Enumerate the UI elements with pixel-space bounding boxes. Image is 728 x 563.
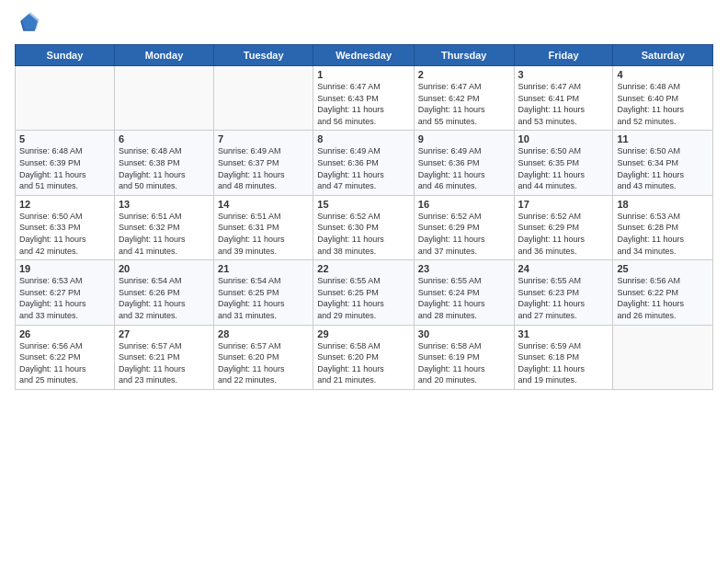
day-info: Sunrise: 6:50 AM Sunset: 6:34 PM Dayligh… [617,145,709,191]
day-cell: 31Sunrise: 6:59 AM Sunset: 6:18 PM Dayli… [514,325,613,389]
day-header-wednesday: Wednesday [313,45,415,66]
day-cell: 7Sunrise: 6:49 AM Sunset: 6:37 PM Daylig… [214,131,313,195]
day-cell: 22Sunrise: 6:55 AM Sunset: 6:25 PM Dayli… [313,260,415,325]
day-number: 15 [317,199,410,210]
day-info: Sunrise: 6:54 AM Sunset: 6:26 PM Dayligh… [119,275,210,321]
day-cell: 15Sunrise: 6:52 AM Sunset: 6:30 PM Dayli… [313,195,415,259]
day-number: 6 [119,133,210,144]
week-row-2: 5Sunrise: 6:48 AM Sunset: 6:39 PM Daylig… [16,131,713,195]
day-info: Sunrise: 6:54 AM Sunset: 6:25 PM Dayligh… [218,275,309,321]
day-cell: 9Sunrise: 6:49 AM Sunset: 6:36 PM Daylig… [414,131,514,195]
day-info: Sunrise: 6:48 AM Sunset: 6:40 PM Dayligh… [617,81,709,127]
day-number: 1 [317,69,410,80]
day-number: 10 [518,133,609,144]
day-cell: 1Sunrise: 6:47 AM Sunset: 6:43 PM Daylig… [313,66,415,131]
day-cell: 29Sunrise: 6:58 AM Sunset: 6:20 PM Dayli… [313,325,415,389]
day-number: 5 [19,133,110,144]
day-number: 3 [518,69,609,80]
day-number: 13 [119,199,210,210]
day-cell: 19Sunrise: 6:53 AM Sunset: 6:27 PM Dayli… [16,260,115,325]
day-number: 29 [317,328,410,339]
header [15,11,713,37]
day-cell [214,66,313,131]
day-info: Sunrise: 6:57 AM Sunset: 6:20 PM Dayligh… [218,340,309,386]
day-number: 2 [418,69,510,80]
day-info: Sunrise: 6:57 AM Sunset: 6:21 PM Dayligh… [119,340,210,386]
day-cell: 17Sunrise: 6:52 AM Sunset: 6:29 PM Dayli… [514,195,613,259]
day-info: Sunrise: 6:48 AM Sunset: 6:38 PM Dayligh… [119,145,210,191]
day-number: 7 [218,133,309,144]
logo [15,11,44,37]
day-number: 20 [119,263,210,274]
day-info: Sunrise: 6:59 AM Sunset: 6:18 PM Dayligh… [518,340,609,386]
day-number: 30 [418,328,510,339]
week-row-3: 12Sunrise: 6:50 AM Sunset: 6:33 PM Dayli… [16,195,713,259]
day-info: Sunrise: 6:50 AM Sunset: 6:35 PM Dayligh… [518,145,609,191]
day-info: Sunrise: 6:53 AM Sunset: 6:28 PM Dayligh… [617,211,709,257]
day-cell: 27Sunrise: 6:57 AM Sunset: 6:21 PM Dayli… [114,325,213,389]
day-cell: 26Sunrise: 6:56 AM Sunset: 6:22 PM Dayli… [16,325,115,389]
day-cell: 25Sunrise: 6:56 AM Sunset: 6:22 PM Dayli… [613,260,713,325]
day-number: 21 [218,263,309,274]
week-row-5: 26Sunrise: 6:56 AM Sunset: 6:22 PM Dayli… [16,325,713,389]
day-cell: 11Sunrise: 6:50 AM Sunset: 6:34 PM Dayli… [613,131,713,195]
day-info: Sunrise: 6:52 AM Sunset: 6:30 PM Dayligh… [317,211,410,257]
day-number: 22 [317,263,410,274]
day-number: 28 [218,328,309,339]
day-cell: 28Sunrise: 6:57 AM Sunset: 6:20 PM Dayli… [214,325,313,389]
day-info: Sunrise: 6:55 AM Sunset: 6:25 PM Dayligh… [317,275,410,321]
svg-marker-1 [22,13,40,30]
logo-icon [15,11,40,37]
day-info: Sunrise: 6:47 AM Sunset: 6:43 PM Dayligh… [317,81,410,127]
day-cell: 18Sunrise: 6:53 AM Sunset: 6:28 PM Dayli… [613,195,713,259]
day-header-monday: Monday [114,45,213,66]
day-header-friday: Friday [514,45,613,66]
day-number: 16 [418,199,510,210]
day-number: 26 [19,328,110,339]
day-info: Sunrise: 6:56 AM Sunset: 6:22 PM Dayligh… [19,340,110,386]
day-cell: 23Sunrise: 6:55 AM Sunset: 6:24 PM Dayli… [414,260,514,325]
day-cell: 4Sunrise: 6:48 AM Sunset: 6:40 PM Daylig… [613,66,713,131]
page: SundayMondayTuesdayWednesdayThursdayFrid… [0,0,728,563]
day-number: 17 [518,199,609,210]
day-number: 25 [617,263,709,274]
day-info: Sunrise: 6:56 AM Sunset: 6:22 PM Dayligh… [617,275,709,321]
day-cell: 24Sunrise: 6:55 AM Sunset: 6:23 PM Dayli… [514,260,613,325]
day-info: Sunrise: 6:52 AM Sunset: 6:29 PM Dayligh… [518,211,609,257]
day-number: 18 [617,199,709,210]
day-info: Sunrise: 6:52 AM Sunset: 6:29 PM Dayligh… [418,211,510,257]
days-header-row: SundayMondayTuesdayWednesdayThursdayFrid… [16,45,713,66]
day-info: Sunrise: 6:49 AM Sunset: 6:36 PM Dayligh… [418,145,510,191]
day-number: 11 [617,133,709,144]
calendar: SundayMondayTuesdayWednesdayThursdayFrid… [15,44,713,390]
day-cell: 8Sunrise: 6:49 AM Sunset: 6:36 PM Daylig… [313,131,415,195]
day-cell: 13Sunrise: 6:51 AM Sunset: 6:32 PM Dayli… [114,195,213,259]
day-info: Sunrise: 6:51 AM Sunset: 6:32 PM Dayligh… [119,211,210,257]
day-info: Sunrise: 6:55 AM Sunset: 6:24 PM Dayligh… [418,275,510,321]
day-cell: 3Sunrise: 6:47 AM Sunset: 6:41 PM Daylig… [514,66,613,131]
day-info: Sunrise: 6:50 AM Sunset: 6:33 PM Dayligh… [19,211,110,257]
day-cell: 10Sunrise: 6:50 AM Sunset: 6:35 PM Dayli… [514,131,613,195]
day-number: 12 [19,199,110,210]
day-info: Sunrise: 6:53 AM Sunset: 6:27 PM Dayligh… [19,275,110,321]
day-info: Sunrise: 6:47 AM Sunset: 6:41 PM Dayligh… [518,81,609,127]
day-info: Sunrise: 6:47 AM Sunset: 6:42 PM Dayligh… [418,81,510,127]
day-number: 27 [119,328,210,339]
day-info: Sunrise: 6:49 AM Sunset: 6:36 PM Dayligh… [317,145,410,191]
day-cell: 6Sunrise: 6:48 AM Sunset: 6:38 PM Daylig… [114,131,213,195]
day-cell: 30Sunrise: 6:58 AM Sunset: 6:19 PM Dayli… [414,325,514,389]
day-info: Sunrise: 6:49 AM Sunset: 6:37 PM Dayligh… [218,145,309,191]
day-info: Sunrise: 6:58 AM Sunset: 6:20 PM Dayligh… [317,340,410,386]
day-info: Sunrise: 6:58 AM Sunset: 6:19 PM Dayligh… [418,340,510,386]
day-cell: 2Sunrise: 6:47 AM Sunset: 6:42 PM Daylig… [414,66,514,131]
day-info: Sunrise: 6:51 AM Sunset: 6:31 PM Dayligh… [218,211,309,257]
day-number: 23 [418,263,510,274]
day-number: 8 [317,133,410,144]
day-number: 9 [418,133,510,144]
day-cell: 12Sunrise: 6:50 AM Sunset: 6:33 PM Dayli… [16,195,115,259]
day-number: 31 [518,328,609,339]
day-info: Sunrise: 6:48 AM Sunset: 6:39 PM Dayligh… [19,145,110,191]
week-row-4: 19Sunrise: 6:53 AM Sunset: 6:27 PM Dayli… [16,260,713,325]
day-header-saturday: Saturday [613,45,713,66]
week-row-1: 1Sunrise: 6:47 AM Sunset: 6:43 PM Daylig… [16,66,713,131]
